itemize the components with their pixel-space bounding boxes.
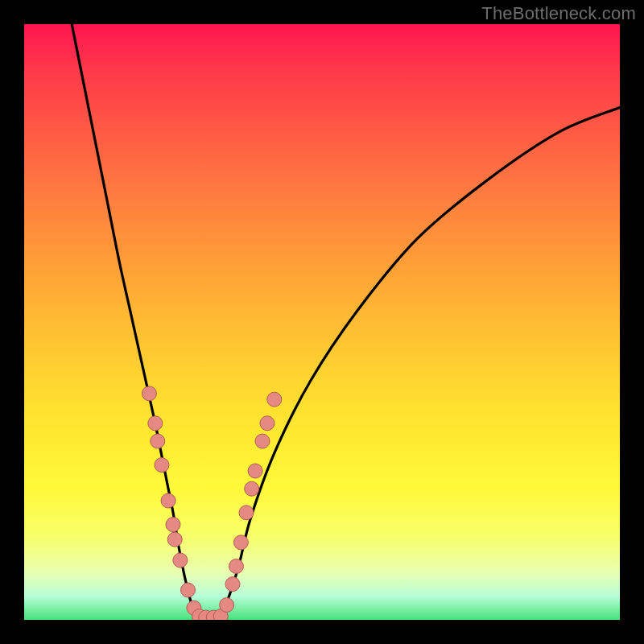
data-marker (255, 434, 270, 448)
data-marker (225, 577, 240, 592)
data-marker (148, 416, 163, 431)
plot-area (24, 24, 620, 620)
data-marker (233, 535, 248, 550)
watermark-text: TheBottleneck.com (481, 3, 636, 24)
data-marker (167, 532, 182, 547)
data-marker (245, 481, 259, 496)
data-marker (181, 583, 196, 597)
data-marker (220, 598, 234, 613)
data-marker (173, 553, 188, 568)
data-marker (142, 386, 156, 401)
curve-layer (24, 24, 620, 620)
data-marker (161, 493, 175, 508)
data-marker (155, 458, 169, 473)
data-marker (248, 464, 262, 478)
data-marker (239, 506, 254, 520)
bottleneck-curve (72, 24, 620, 620)
data-marker (166, 518, 180, 532)
data-marker (151, 434, 165, 448)
chart-frame: TheBottleneck.com (0, 0, 644, 644)
marker-group (142, 386, 281, 620)
data-marker (229, 559, 243, 573)
data-marker (260, 416, 275, 431)
data-marker (267, 392, 282, 407)
